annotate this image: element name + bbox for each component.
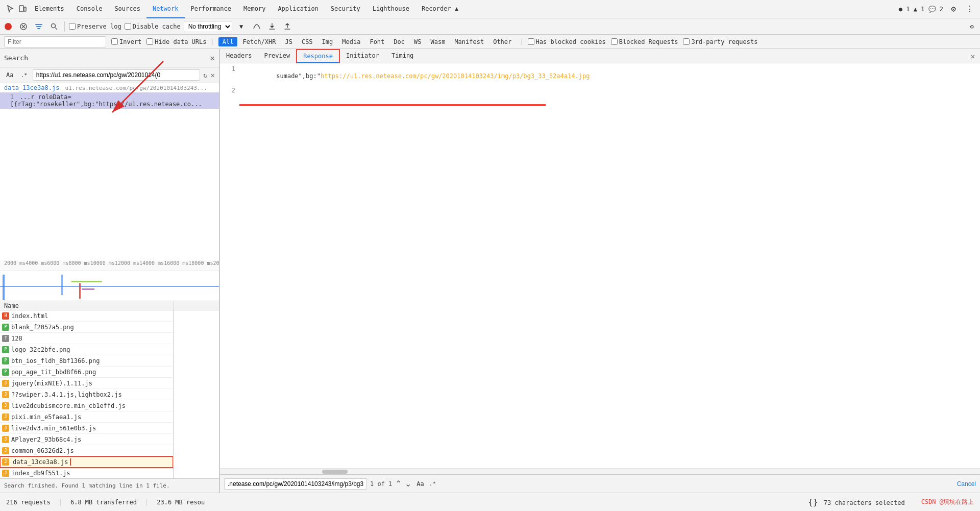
network-row-4[interactable]: Pbtn_ios_fldh_8bf1366.png bbox=[0, 355, 173, 367]
search-case-sensitive-button[interactable]: Aa bbox=[4, 70, 15, 80]
col-header-name: Name bbox=[0, 301, 174, 310]
search-footer: Search finished. Found 1 matching line i… bbox=[0, 478, 219, 493]
disable-cache-checkbox[interactable]: Disable cache bbox=[125, 23, 181, 30]
filter-tab-other[interactable]: Other bbox=[489, 37, 516, 46]
network-conditions-icon[interactable] bbox=[251, 20, 263, 33]
row-name: 128 bbox=[11, 335, 171, 342]
detail-tab-response[interactable]: Response bbox=[296, 49, 340, 63]
network-row-8[interactable]: Jlive2dcubismcore.min_cb1effd.js bbox=[0, 400, 173, 411]
search-result-file[interactable]: data_13ce3a8.js u1.res.netease.com/pc/gw… bbox=[0, 83, 219, 92]
hide-data-checkbox-label[interactable]: Hide data URLs bbox=[146, 38, 206, 45]
tab-recorder[interactable]: Recorder ▲ bbox=[415, 0, 464, 18]
search-regex-button[interactable]: .* bbox=[18, 71, 29, 80]
filter-toggle-button[interactable] bbox=[33, 20, 45, 33]
export-har-icon[interactable] bbox=[281, 20, 293, 33]
search-input-clear-button[interactable]: ✕ bbox=[211, 71, 215, 79]
timeline-area: 2000 ms 4000 ms 6000 ms 8000 ms 10000 ms… bbox=[0, 260, 219, 301]
network-row-2[interactable]: ?128 bbox=[0, 333, 173, 344]
has-blocked-checkbox-label[interactable]: Has blocked cookies bbox=[528, 38, 606, 45]
throttle-dropdown-icon[interactable]: ▼ bbox=[235, 20, 248, 33]
tab-application[interactable]: Application bbox=[272, 0, 324, 18]
filter-tab-doc[interactable]: Doc bbox=[389, 37, 409, 46]
row-icon: P bbox=[2, 324, 9, 331]
tab-network[interactable]: Network bbox=[146, 0, 185, 18]
tick-18000: 18000 ms bbox=[188, 260, 213, 266]
left-panel: Search ✕ Aa .* ↻ ✕ data_13ce3a8.js u1.re… bbox=[0, 49, 219, 493]
search-result-line[interactable]: 1 ...r roleData=[{rTag:"rosekeller",bg:"… bbox=[0, 92, 219, 109]
network-row-5[interactable]: Ppop_age_tit_bbd8f66.png bbox=[0, 367, 173, 378]
blocked-requests-checkbox-label[interactable]: Blocked Requests bbox=[611, 38, 678, 45]
throttle-select[interactable]: No throttling bbox=[184, 21, 232, 32]
response-search-aa-button[interactable]: Aa bbox=[414, 479, 426, 489]
svg-line-6 bbox=[55, 28, 57, 30]
network-row-9[interactable]: Jpixi.min_e5faea1.js bbox=[0, 411, 173, 423]
tab-lighthouse[interactable]: Lighthouse bbox=[366, 0, 415, 18]
response-search-input[interactable] bbox=[224, 478, 367, 490]
preserve-log-checkbox[interactable]: Preserve log bbox=[69, 23, 121, 30]
tab-console[interactable]: Console bbox=[70, 0, 109, 18]
filter-tab-font[interactable]: Font bbox=[365, 37, 388, 46]
search-input[interactable] bbox=[33, 69, 200, 81]
network-row-14[interactable]: Jindex_db9f551.js bbox=[0, 468, 173, 478]
detail-tab-preview[interactable]: Preview bbox=[258, 49, 297, 63]
network-row-3[interactable]: Plogo_32c2bfe.png bbox=[0, 344, 173, 355]
import-har-icon[interactable] bbox=[266, 20, 278, 33]
filter-input[interactable] bbox=[4, 36, 106, 47]
network-row-12[interactable]: Jcommon_06326d2.js bbox=[0, 445, 173, 456]
filter-tab-wasm[interactable]: Wasm bbox=[426, 37, 449, 46]
row-icon: P bbox=[2, 346, 9, 353]
detail-tab-timing[interactable]: Timing bbox=[385, 49, 420, 63]
network-row-13[interactable]: Jdata_13ce3a8.js bbox=[0, 456, 173, 468]
response-horizontal-scrollbar[interactable] bbox=[220, 468, 980, 474]
network-list-header: Name bbox=[0, 301, 219, 310]
tab-sources[interactable]: Sources bbox=[108, 0, 146, 18]
match-prev-button[interactable]: ⌃ bbox=[395, 479, 402, 489]
search-toggle-button[interactable] bbox=[48, 20, 60, 33]
search-close-button[interactable]: ✕ bbox=[210, 53, 215, 63]
network-name-column: Hindex.htmlPblank_f2057a5.png?128Plogo_3… bbox=[0, 310, 174, 478]
row-icon: J bbox=[2, 436, 9, 443]
device-toolbar-icon[interactable] bbox=[16, 3, 29, 15]
tab-memory[interactable]: Memory bbox=[237, 0, 272, 18]
filter-tab-media[interactable]: Media bbox=[338, 37, 364, 46]
network-row-0[interactable]: Hindex.html bbox=[0, 310, 173, 322]
hide-data-checkbox[interactable] bbox=[146, 38, 153, 45]
row-icon: P bbox=[2, 357, 9, 364]
row-name: APlayer2_93b68c4.js bbox=[11, 436, 171, 443]
filter-tab-all[interactable]: All bbox=[218, 37, 238, 46]
inspect-icon[interactable] bbox=[4, 3, 16, 15]
third-party-checkbox-label[interactable]: 3rd-party requests bbox=[683, 38, 757, 45]
watermark: CSDN @填坑在路上 bbox=[921, 498, 974, 506]
invert-checkbox[interactable] bbox=[111, 38, 118, 45]
indicators: ● 1 ▲ 1 💬 2 bbox=[899, 6, 943, 13]
record-button[interactable] bbox=[2, 20, 14, 33]
detail-close-button[interactable]: ✕ bbox=[966, 52, 980, 60]
filter-tab-fetchxhr[interactable]: Fetch/XHR bbox=[238, 37, 280, 46]
response-search-cancel-button[interactable]: Cancel bbox=[957, 480, 976, 488]
network-row-6[interactable]: Jjquery(mixNIE).1.11.js bbox=[0, 378, 173, 389]
settings-icon[interactable]: ⚙ bbox=[947, 3, 960, 15]
filter-tab-manifest[interactable]: Manifest bbox=[450, 37, 488, 46]
detail-tab-initiator[interactable]: Initiator bbox=[340, 49, 385, 63]
network-row-7[interactable]: J??swiper.3.4.1.js,lightbox2.js bbox=[0, 389, 173, 400]
network-row-1[interactable]: Pblank_f2057a5.png bbox=[0, 322, 173, 333]
filter-tab-css[interactable]: CSS bbox=[298, 37, 317, 46]
clear-button[interactable] bbox=[17, 20, 30, 33]
tab-performance[interactable]: Performance bbox=[185, 0, 237, 18]
tab-elements[interactable]: Elements bbox=[29, 0, 70, 18]
filter-tab-ws[interactable]: WS bbox=[410, 37, 425, 46]
more-options-icon[interactable]: ⋮ bbox=[964, 3, 976, 15]
match-next-button[interactable]: ⌄ bbox=[405, 479, 411, 489]
filter-tab-js[interactable]: JS bbox=[281, 37, 296, 46]
filter-tab-img[interactable]: Img bbox=[318, 37, 337, 46]
invert-checkbox-label[interactable]: Invert bbox=[111, 38, 141, 45]
more-network-options-icon[interactable]: ⚙ bbox=[966, 20, 978, 33]
search-refresh-button[interactable]: ↻ bbox=[203, 71, 207, 79]
row-name: common_06326d2.js bbox=[11, 447, 171, 454]
tab-security[interactable]: Security bbox=[325, 0, 366, 18]
detail-tab-headers[interactable]: Headers bbox=[220, 49, 258, 63]
network-row-11[interactable]: JAPlayer2_93b68c4.js bbox=[0, 434, 173, 445]
network-row-10[interactable]: Jlive2dv3.min_561e0b3.js bbox=[0, 423, 173, 434]
row-name: ??swiper.3.4.1.js,lightbox2.js bbox=[11, 391, 171, 398]
response-search-regex-button[interactable]: .* bbox=[429, 480, 436, 487]
